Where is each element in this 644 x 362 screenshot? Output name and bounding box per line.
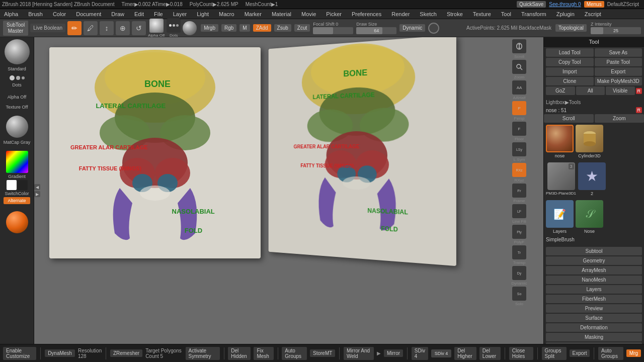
scroll-tools-btn[interactable]: Scroll <box>544 114 594 123</box>
export-button[interactable]: Export <box>595 67 642 76</box>
menu-alpha[interactable]: Alpha <box>2 11 20 18</box>
menu-layer[interactable]: Layer <box>171 11 189 18</box>
poly-btn[interactable]: Ply <box>512 225 526 239</box>
rxyz-btn[interactable]: RXz <box>512 163 526 177</box>
del-higher-button[interactable]: Del Higher <box>454 347 476 360</box>
store-mt-button[interactable]: StoreMT <box>310 349 335 357</box>
paste-tool-button[interactable]: Paste Tool <box>595 58 642 66</box>
make-polymesh-button[interactable]: Make PolyMesh3D <box>595 77 642 85</box>
menu-texture[interactable]: Texture <box>471 11 493 18</box>
menu-zscript[interactable]: Zscript <box>583 11 603 18</box>
del-hidden-button[interactable]: Del Hidden <box>228 347 251 360</box>
auto-groups-button[interactable]: Auto Groups <box>282 347 307 360</box>
live-boolean-button[interactable]: Live Boolean <box>30 24 65 32</box>
lightbox-tools-btn[interactable]: Lightbox▶Tools <box>544 99 644 106</box>
geometry-btn[interactable]: Geometry <box>546 256 642 265</box>
import-button[interactable]: Import <box>546 67 594 76</box>
material-preview-sphere[interactable] <box>6 211 28 233</box>
sdiv-button[interactable]: SDiv 4 <box>412 347 428 360</box>
menu-render[interactable]: Render <box>389 11 412 18</box>
fibermesh-btn[interactable]: FiberMesh <box>546 295 642 303</box>
persp-btn[interactable]: P <box>512 101 526 115</box>
alternate-button[interactable]: Alternate <box>4 197 30 204</box>
auto-groups2-button[interactable]: Auto Groups <box>598 347 623 360</box>
groups-split-button[interactable]: Groups Split <box>542 347 567 360</box>
floor-btn[interactable]: F <box>512 122 526 136</box>
m-button[interactable]: M <box>239 24 250 32</box>
aahalf-btn[interactable]: AA <box>512 80 526 95</box>
draw-button[interactable]: 🖊 <box>84 21 98 35</box>
zoom-tools-btn[interactable]: Zoom <box>595 114 645 123</box>
zoom-viewport-btn[interactable] <box>512 60 526 74</box>
all-button[interactable]: All <box>576 86 605 95</box>
rotate-button[interactable]: ↺ <box>132 21 146 35</box>
frame-btn[interactable]: Fr <box>512 184 526 198</box>
notes-thumbnail[interactable]: 📝 <box>546 200 574 228</box>
menus-button[interactable]: Menus <box>584 1 604 8</box>
stroke-thumbnail[interactable] <box>167 19 181 33</box>
menu-preferences[interactable]: Preferences <box>350 11 383 18</box>
edit-button[interactable]: ✏ <box>67 21 82 35</box>
masking-btn[interactable]: Masking <box>546 333 642 341</box>
line-fill-btn[interactable]: LF <box>512 204 526 218</box>
lock-btn[interactable] <box>428 23 439 34</box>
solo-btn[interactable]: So <box>512 287 526 301</box>
scale-button[interactable]: ⊕ <box>116 21 130 35</box>
mirror-and-weld-button[interactable]: Mirror And Weld <box>344 347 374 360</box>
zcut-button[interactable]: Zcut <box>294 24 310 32</box>
menu-marker[interactable]: Marker <box>243 11 264 18</box>
load-tool-button[interactable]: Load Tool <box>546 48 594 57</box>
arraymesh-btn[interactable]: ArrayMesh <box>546 266 642 275</box>
deformation-btn[interactable]: Deformation <box>546 323 642 332</box>
menu-stroke[interactable]: Stroke <box>445 11 465 18</box>
surface-btn[interactable]: Surface <box>546 314 642 322</box>
menu-edit[interactable]: Edit <box>132 11 146 18</box>
menu-document[interactable]: Document <box>74 11 103 18</box>
fix-mesh-button[interactable]: Fix Mesh <box>254 347 273 360</box>
save-as-button[interactable]: Save As <box>595 48 642 57</box>
menu-zplugin[interactable]: Zplugin <box>554 11 577 18</box>
alpha-thumbnail[interactable] <box>149 19 164 33</box>
right-arrow-btn[interactable]: ▶ <box>34 191 40 197</box>
black-color-swatch[interactable] <box>18 180 28 190</box>
lsym-btn[interactable]: LSy <box>512 142 526 156</box>
draw-size-slider[interactable]: Draw Size 64 <box>356 22 396 34</box>
zadd-button[interactable]: ZAdd <box>253 24 271 32</box>
close-holes-button[interactable]: Close Holes <box>509 347 533 360</box>
matcap-sphere[interactable] <box>6 116 28 138</box>
polymesh3d-thumbnail[interactable]: ★ <box>578 162 606 190</box>
sdiv-slider[interactable]: SDiv 4 <box>431 349 451 357</box>
z-intensity-slider[interactable]: Z Intensity 25 <box>591 22 641 34</box>
nose-thumbnail[interactable] <box>546 125 574 152</box>
white-color-swatch[interactable] <box>7 180 17 190</box>
quicksave-button[interactable]: QuickSave <box>517 1 546 8</box>
del-lower-button[interactable]: Del Lower <box>479 347 501 360</box>
menu-movie[interactable]: Movie <box>299 11 318 18</box>
left-arrow-btn[interactable]: ◀ <box>34 184 40 190</box>
nanomesh-btn[interactable]: NanoMesh <box>546 276 642 284</box>
mrg-button[interactable]: Mrg <box>626 349 641 357</box>
menu-tool[interactable]: Tool <box>499 11 513 18</box>
see-through-button[interactable]: See-through 0 <box>549 2 581 7</box>
material-sphere[interactable] <box>183 21 197 35</box>
menu-macro[interactable]: Macro <box>217 11 236 18</box>
brush-preview[interactable] <box>5 39 30 64</box>
export-bottom-button[interactable]: Export <box>570 349 590 357</box>
menu-light[interactable]: Light <box>195 11 211 18</box>
nose2-thumbnail[interactable]: 𝒮 <box>576 200 603 228</box>
mrgb-button[interactable]: Mrgb <box>201 24 218 32</box>
menu-picker[interactable]: Picker <box>324 11 344 18</box>
layers-btn[interactable]: Layers <box>546 285 642 294</box>
enable-customize-button[interactable]: Enable Customize <box>3 347 36 360</box>
visible-button[interactable]: Visible <box>606 86 635 95</box>
copy-tool-button[interactable]: Copy Tool <box>546 58 594 66</box>
menu-brush[interactable]: Brush <box>26 11 45 18</box>
dynamesh-button[interactable]: DynaMesh <box>45 349 75 357</box>
cylinder3d-thumbnail[interactable] <box>576 125 603 152</box>
subtool-btn[interactable]: Subtool <box>546 247 642 255</box>
dynamic-button[interactable]: Dynamic <box>399 24 425 32</box>
goz-button[interactable]: GoZ <box>546 86 575 95</box>
menu-color[interactable]: Color <box>51 11 68 18</box>
menu-draw[interactable]: Draw <box>109 11 126 18</box>
subtool-master-button[interactable]: SubTool Master <box>3 21 28 36</box>
